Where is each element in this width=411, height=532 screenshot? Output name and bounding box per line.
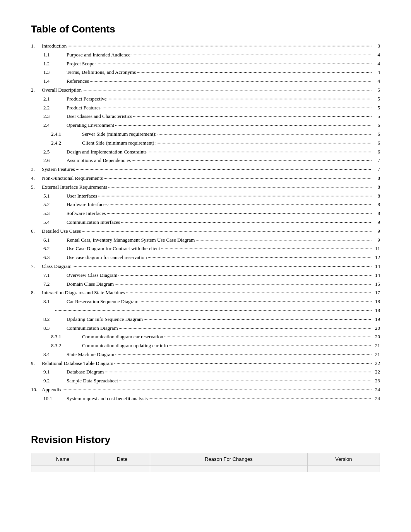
toc-page: 12: [372, 254, 380, 262]
toc-page: 6: [372, 139, 380, 147]
toc-number: [31, 307, 54, 315]
toc-item: 8.3.1Communication diagram car reservati…: [31, 333, 380, 341]
toc-dots: [106, 208, 372, 217]
toc-number: 7.2: [43, 280, 67, 288]
toc-label: Overall Description: [42, 86, 82, 94]
toc-dots: [115, 120, 372, 128]
toc-label: Project Scope: [67, 60, 94, 68]
toc-item: 9.1Database Diagram22: [31, 368, 380, 376]
toc-dots: [119, 323, 372, 331]
toc-label: Updating Car Info Sequence Diagram: [67, 315, 143, 324]
toc-number: 6.1: [43, 236, 67, 244]
toc-item: 9.2Sample Data Spreadsheet23: [31, 377, 380, 385]
toc-number: 6.: [31, 227, 42, 235]
revision-section: Revision History Name Date Reason For Ch…: [31, 434, 380, 472]
toc-dots: [55, 305, 372, 314]
toc-item: 1.4References4: [31, 77, 380, 85]
toc-label: Communication Diagram: [67, 324, 118, 332]
toc-dots: [148, 252, 372, 261]
toc-label: Server Side (minimum requirement):: [82, 130, 156, 138]
toc-page: 15: [372, 280, 380, 288]
toc-label: Communication Interfaces: [67, 218, 120, 227]
toc-label: Class Diagram: [42, 263, 72, 271]
toc-label: Use Case Diagram for Contract with the c…: [67, 245, 160, 253]
toc-page: 8: [372, 183, 380, 191]
revision-table: Name Date Reason For Changes Version: [31, 453, 380, 472]
toc-label: System Features: [42, 165, 75, 174]
toc-number: 8.4: [43, 351, 67, 359]
toc-item: 2.6Assumptions and Dependencies7: [31, 157, 380, 165]
toc-number: 10.: [31, 386, 42, 394]
toc-number: 6.2: [43, 245, 67, 253]
toc-label: Relational Database Table Diagram: [42, 360, 113, 368]
toc-item: 2.2Product Features5: [31, 104, 380, 112]
toc-item: 1.Introduction3: [31, 42, 380, 50]
toc-page: 18: [372, 307, 380, 315]
toc-number: 5.3: [43, 210, 67, 218]
toc-label: Sample Data Spreadsheet: [67, 377, 118, 385]
toc-dots: [108, 200, 372, 208]
toc-dots: [98, 191, 372, 199]
toc-dots: [133, 111, 372, 119]
toc-page: 4: [372, 60, 380, 68]
toc-label: Overview Class Diagram: [67, 271, 117, 280]
toc-number: 8.1: [43, 298, 67, 306]
toc-item: 2.4Operating Environment6: [31, 121, 380, 130]
toc-label: State Machine Diagram: [67, 351, 114, 359]
toc-page: 5: [372, 104, 380, 112]
toc-item: 2.4.1Server Side (minimum requirement):6: [31, 130, 380, 138]
col-date: Date: [94, 453, 150, 465]
toc-page: 7: [372, 157, 380, 165]
toc-dots: [132, 155, 372, 164]
toc-number: 8.: [31, 289, 42, 297]
toc-dots: [72, 261, 372, 269]
toc-page: 8: [372, 201, 380, 209]
toc-item: 10.Appendix24: [31, 386, 380, 394]
revision-title: Revision History: [31, 434, 380, 446]
toc-dots: [161, 244, 372, 252]
toc-number: 7.: [31, 263, 42, 271]
toc-label: Terms, Definitions, and Acronyms: [67, 68, 136, 77]
toc-item: 8.3.2Communication diagram updating car …: [31, 342, 380, 350]
toc-item: 7.Class Diagram14: [31, 263, 380, 271]
toc-dots: [62, 385, 372, 393]
toc-label: Hardware Interfaces: [67, 201, 108, 209]
toc-dots: [104, 367, 372, 375]
toc-number: 2.4: [43, 121, 67, 130]
toc-item: 5.External Interface Requirements8: [31, 183, 380, 191]
col-reason: Reason For Changes: [150, 453, 308, 465]
revision-header-row: Name Date Reason For Changes Version: [31, 453, 380, 465]
toc-item: 2.1Product Perspective5: [31, 95, 380, 103]
toc-label: Introduction: [42, 42, 67, 50]
toc-dots: [131, 50, 372, 58]
toc-item: 8.1Car Reservation Sequence Diagram18: [31, 298, 380, 306]
toc-page: 5: [372, 95, 380, 103]
toc-label: Car Reservation Sequence Diagram: [67, 298, 139, 306]
revision-version-cell: [307, 465, 380, 472]
toc-dots: [67, 41, 372, 49]
toc-item: 8.Interaction Diagrams and State Machine…: [31, 289, 380, 297]
toc-label: Product Features: [67, 104, 101, 112]
toc-page: 6: [372, 148, 380, 156]
toc-item: 5.1User Interfaces8: [31, 192, 380, 200]
toc-item: 9.Relational Database Table Diagram22: [31, 360, 380, 368]
toc-container: 1.Introduction31.1Purpose and Intended A…: [31, 42, 380, 403]
toc-number: 9.2: [43, 377, 67, 385]
toc-label: System request and cost benefit analysis: [67, 395, 148, 403]
toc-label: Domain Class Diagram: [67, 280, 114, 288]
toc-item: 5.3Software Interfaces8: [31, 210, 380, 218]
revision-name-cell: [31, 465, 94, 472]
toc-item: 1.3Terms, Definitions, and Acronyms4: [31, 68, 380, 77]
toc-page: 21: [372, 351, 380, 359]
toc-number: 2.: [31, 86, 42, 94]
toc-page: 20: [372, 333, 380, 341]
toc-page: 24: [372, 395, 380, 403]
toc-page: 9: [372, 236, 380, 244]
toc-number: 2.2: [43, 104, 67, 112]
toc-item: 18: [31, 307, 380, 315]
toc-number: 2.4.2: [51, 139, 82, 147]
toc-page: 22: [372, 360, 380, 368]
toc-page: 17: [372, 289, 380, 297]
toc-label: Client Side (minimum requirement):: [82, 139, 156, 147]
toc-dots: [144, 314, 372, 322]
